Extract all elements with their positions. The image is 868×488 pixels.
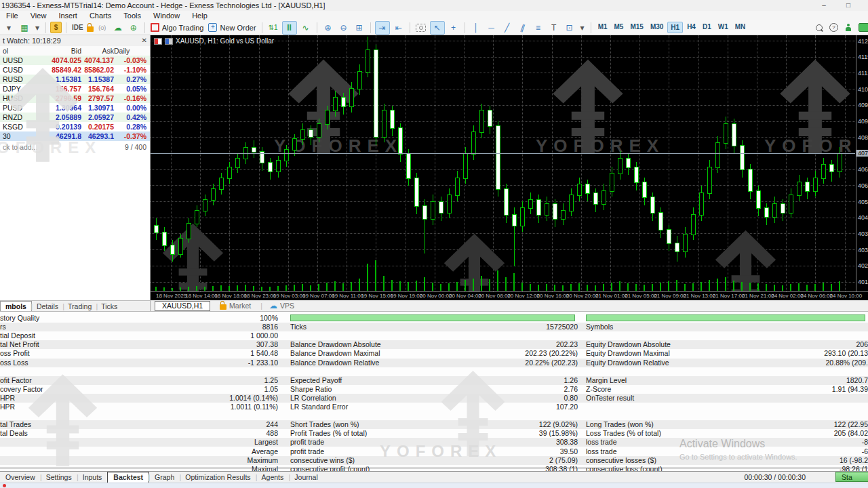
restore-icon[interactable]: □ (838, 0, 859, 10)
tab-ticks[interactable]: Ticks (96, 302, 122, 311)
chart-plot[interactable]: YOFOREXYOFOREXYOFOREX (151, 35, 855, 291)
col-ask[interactable]: Ask (83, 46, 114, 56)
algo-trading-button[interactable]: Algo Trading (149, 22, 205, 34)
tab-optimization-results[interactable]: Optimization Results (180, 472, 256, 483)
new-order-button[interactable]: + New Order (207, 22, 257, 34)
menu-window[interactable]: Window (147, 11, 186, 20)
menu-view[interactable]: View (24, 11, 53, 20)
close-icon[interactable]: ✕ (142, 35, 147, 46)
ask-cell: 1.15387 (83, 75, 114, 84)
channel-icon[interactable]: ∥ (514, 20, 531, 36)
volume-bar (383, 276, 384, 291)
new-chart-icon[interactable]: ▦ (18, 22, 31, 34)
vps-status[interactable]: ☁ VPS (269, 301, 294, 310)
shapes-icon[interactable]: ⊡ (563, 22, 576, 34)
trendline-icon[interactable]: ╱ (500, 22, 514, 34)
horizontal-line-icon[interactable]: ─ (485, 22, 498, 34)
auto-scroll-icon[interactable]: ⇥ (375, 21, 390, 35)
price-tick-label: 4126 (858, 38, 868, 45)
volume-bar (684, 284, 686, 291)
search-icon[interactable] (816, 24, 823, 31)
profile-icon[interactable] (845, 24, 852, 32)
help-icon[interactable]: ? (829, 23, 838, 32)
ide-button[interactable]: IDE (71, 22, 85, 34)
candle-body (569, 195, 574, 211)
daily-change-cell: 0.00% (113, 103, 146, 113)
col-symbol[interactable]: ol (3, 46, 8, 56)
one-click-trading-icon[interactable] (165, 38, 173, 45)
zoom-out-icon[interactable]: ⊖ (337, 22, 351, 34)
tab-agents[interactable]: Agents (256, 472, 290, 483)
timeframe-m5[interactable]: M5 (612, 22, 627, 33)
tab-inputs[interactable]: Inputs (77, 472, 108, 483)
chevron-down-icon[interactable]: ▾ (578, 22, 587, 34)
tick-chart-icon[interactable]: ⇅1 (267, 22, 280, 34)
menu-insert[interactable]: Insert (52, 11, 83, 20)
time-axis[interactable]: 18 Nov 202518 Nov 14:0018 Nov 18:0018 No… (151, 291, 868, 301)
community-globe-icon[interactable]: ⊕ (127, 22, 140, 34)
timeframe-mn[interactable]: MN (732, 22, 749, 33)
candle-body (447, 195, 452, 214)
vertical-line-icon[interactable]: │ (469, 22, 483, 34)
chevron-down-icon[interactable]: ▾ (33, 22, 41, 34)
market-watch-row[interactable]: UUSD4074.0254074.137-0.03% (0, 56, 150, 65)
tab-settings[interactable]: Settings (41, 472, 77, 483)
tab-overview[interactable]: Overview (0, 472, 41, 483)
minimize-icon[interactable]: – (814, 0, 834, 10)
bar-chart-icon[interactable]: ΙΙ (282, 21, 297, 35)
price-axis[interactable]: 4126411941124104409740904082406740604052… (856, 35, 868, 291)
timeframe-h1[interactable]: H1 (667, 22, 683, 33)
volume-bar (546, 284, 547, 291)
volume-bar (554, 285, 555, 291)
tile-windows-icon[interactable]: ⊞ (353, 22, 366, 34)
fibonacci-icon[interactable]: ≡ (532, 22, 545, 34)
menu-file[interactable]: File (0, 11, 24, 20)
volume-bar (757, 283, 759, 291)
stat-label: Balance Drawdown Absolute (290, 340, 381, 349)
menu-help[interactable]: Help (186, 11, 214, 20)
dollar-icon[interactable]: $ (50, 22, 62, 33)
col-bid[interactable]: Bid (45, 46, 81, 56)
market-status[interactable]: Market (220, 302, 251, 310)
status-bar (0, 483, 868, 488)
chart-tab-xauusd-h1[interactable]: XAUUSD,H1 (155, 301, 210, 311)
stat-label: Equity Drawdown Absolute (586, 340, 671, 349)
timeframe-d1[interactable]: D1 (700, 22, 714, 33)
line-chart-icon[interactable]: ∿ (299, 22, 313, 34)
lock-icon[interactable] (87, 26, 94, 32)
time-tick-label: 24 Nov 10:00 (830, 293, 863, 299)
tab-mbols[interactable]: mbols (0, 301, 32, 311)
cloud-icon[interactable]: ☁ (111, 22, 125, 34)
text-tool-icon[interactable]: T (547, 22, 561, 34)
start-button[interactable]: Sta (835, 472, 868, 482)
chevron-down-icon[interactable]: ▾ (2, 22, 16, 34)
stat-value: Average (252, 447, 278, 456)
volume-bar (204, 287, 205, 291)
tab-graph[interactable]: Graph (149, 472, 180, 483)
screenshot-icon[interactable] (414, 22, 428, 34)
timeframe-m30[interactable]: M30 (648, 22, 666, 33)
ask-cell: 2.05927 (83, 113, 114, 122)
volume-bar (294, 285, 295, 291)
crosshair-icon[interactable]: + (447, 22, 460, 34)
timeframe-m1[interactable]: M1 (595, 22, 610, 33)
timeframe-w1[interactable]: W1 (715, 22, 731, 33)
separator (45, 22, 46, 33)
zoom-in-icon[interactable]: ⊕ (321, 22, 335, 34)
candle-body (284, 149, 289, 161)
timeframe-h4[interactable]: H4 (684, 22, 698, 33)
tab-journal[interactable]: Journal (289, 472, 323, 483)
cursor-icon[interactable]: ↖ (430, 21, 445, 35)
tab-trading[interactable]: Trading (63, 302, 96, 311)
tab-backtest[interactable]: Backtest (107, 472, 149, 483)
signal-icon[interactable]: (o) (96, 22, 109, 34)
volume-bar (285, 285, 287, 291)
depth-of-market-icon[interactable] (154, 38, 162, 45)
menu-charts[interactable]: Charts (83, 11, 117, 20)
timeframe-m15[interactable]: M15 (627, 22, 646, 33)
volume-bar (188, 287, 189, 291)
chart-shift-icon[interactable]: ⇤ (392, 22, 406, 34)
market-watch-column-header: ol Bid Ask Daily Cha... (0, 46, 150, 56)
tab-details[interactable]: Details (32, 302, 63, 311)
menu-tools[interactable]: Tools (117, 11, 147, 20)
